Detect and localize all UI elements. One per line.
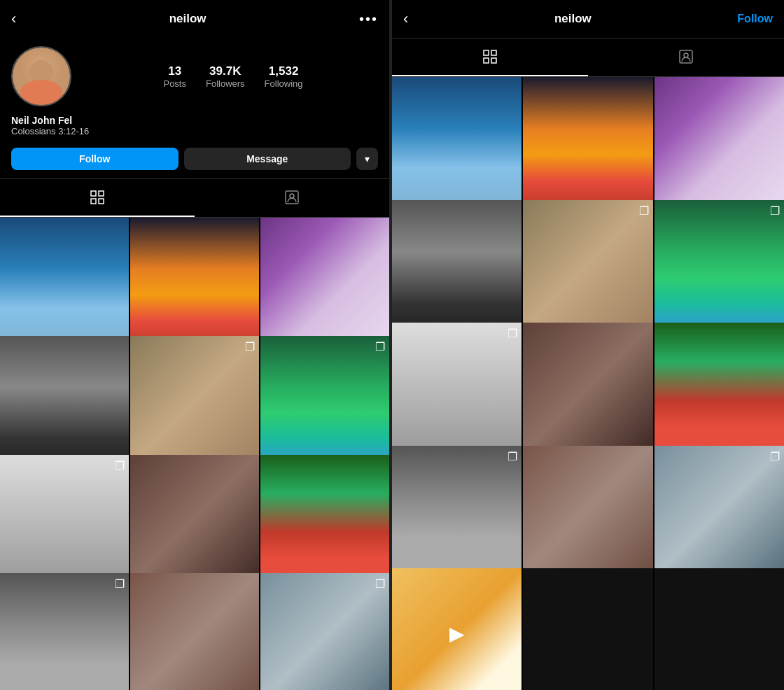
- play-icon: ▶: [449, 622, 465, 645]
- right-grid-cell-5[interactable]: ❐: [523, 200, 652, 330]
- profile-bio: Colossians 3:12-16: [11, 126, 378, 136]
- followers-label: Followers: [206, 78, 245, 89]
- more-options-button[interactable]: •••: [359, 11, 378, 27]
- grid-cell-5[interactable]: ❐: [130, 336, 259, 465]
- left-username: neilow: [169, 12, 206, 26]
- followers-stat[interactable]: 39.7K Followers: [206, 64, 245, 89]
- right-multi-icon-4: ❐: [507, 450, 517, 463]
- left-header: ‹ neilow •••: [0, 0, 389, 38]
- followers-count: 39.7K: [209, 64, 241, 78]
- profile-name: Neil John Fel: [11, 115, 378, 126]
- multi-photo-icon-4: ❐: [115, 577, 125, 591]
- follow-button[interactable]: Follow: [11, 148, 178, 170]
- bio-section: Neil John Fel Colossians 3:12-16: [0, 112, 389, 143]
- right-multi-icon-2: ❐: [770, 204, 780, 218]
- grid-cell-10[interactable]: ❐: [0, 573, 129, 690]
- left-panel: ‹ neilow ••• 13 Posts 39.7K Followers 1,…: [0, 0, 392, 690]
- right-grid-cell-2[interactable]: [523, 77, 652, 206]
- grid-cell-4[interactable]: [0, 336, 129, 465]
- avatar[interactable]: [11, 46, 71, 106]
- grid-cell-11[interactable]: [130, 573, 259, 690]
- left-tabs: [0, 178, 389, 218]
- grid-icon: [89, 189, 106, 206]
- svg-rect-2: [91, 199, 96, 204]
- posts-stat[interactable]: 13 Posts: [163, 64, 186, 89]
- grid-cell-8[interactable]: [130, 455, 259, 584]
- right-panel: ‹ neilow Follow ❐: [392, 0, 784, 690]
- right-grid-cell-11[interactable]: [523, 446, 652, 575]
- svg-rect-8: [484, 58, 489, 63]
- right-multi-icon-1: ❐: [639, 204, 649, 218]
- multi-photo-icon-5: ❐: [375, 577, 385, 591]
- right-grid-cell-14: [523, 568, 652, 690]
- posts-label: Posts: [163, 78, 186, 89]
- tagged-tab[interactable]: [195, 179, 389, 217]
- right-photo-grid: ❐ ❐ ❐ ❐ ❐ ▶: [392, 77, 784, 690]
- multi-photo-icon: ❐: [245, 340, 255, 353]
- following-count: 1,532: [269, 64, 299, 78]
- back-button[interactable]: ‹: [11, 10, 16, 28]
- right-grid-cell-10[interactable]: ❐: [392, 446, 522, 575]
- right-grid-tab[interactable]: [392, 38, 588, 76]
- svg-rect-7: [491, 50, 496, 55]
- right-grid-cell-8[interactable]: [523, 323, 652, 452]
- right-grid-cell-12[interactable]: ❐: [654, 446, 784, 575]
- following-stat[interactable]: 1,532 Following: [265, 64, 303, 89]
- svg-rect-3: [99, 199, 104, 204]
- right-follow-button[interactable]: Follow: [737, 13, 773, 25]
- right-tabs: [392, 38, 784, 77]
- right-grid-icon: [482, 48, 498, 65]
- right-back-button[interactable]: ‹: [403, 10, 408, 28]
- svg-rect-9: [491, 58, 496, 63]
- grid-cell-6[interactable]: ❐: [260, 336, 389, 465]
- svg-rect-0: [91, 191, 96, 196]
- person-tag-icon: [284, 189, 300, 206]
- svg-point-11: [684, 53, 688, 57]
- right-header: ‹ neilow Follow: [392, 0, 784, 38]
- svg-rect-6: [484, 50, 489, 55]
- posts-count: 13: [168, 64, 181, 78]
- following-label: Following: [265, 78, 303, 89]
- profile-section: 13 Posts 39.7K Followers 1,532 Following: [0, 38, 389, 112]
- right-grid-cell-15: [654, 568, 784, 690]
- multi-photo-icon-3: ❐: [115, 459, 125, 472]
- message-button[interactable]: Message: [184, 148, 351, 170]
- right-person-tag-icon: [678, 48, 694, 65]
- right-grid-cell-3[interactable]: [654, 77, 784, 206]
- right-multi-icon-3: ❐: [507, 327, 517, 340]
- dropdown-button[interactable]: ▾: [356, 148, 378, 170]
- grid-cell-7[interactable]: ❐: [0, 455, 129, 584]
- grid-cell-2[interactable]: [130, 218, 259, 346]
- grid-cell-3[interactable]: [260, 218, 389, 346]
- right-grid-cell-1[interactable]: [392, 77, 522, 206]
- right-grid-cell-7[interactable]: ❐: [392, 323, 522, 452]
- right-grid-cell-6[interactable]: ❐: [654, 200, 784, 330]
- svg-point-5: [290, 194, 294, 198]
- grid-cell-9[interactable]: [260, 455, 389, 584]
- left-photo-grid: ❐ ❐ ❐ ❐ ❐: [0, 218, 389, 690]
- right-tagged-tab[interactable]: [588, 38, 784, 76]
- action-buttons: Follow Message ▾: [0, 143, 389, 178]
- right-multi-icon-5: ❐: [770, 450, 780, 463]
- stats-row: 13 Posts 39.7K Followers 1,532 Following: [88, 64, 378, 89]
- right-grid-cell-9[interactable]: [654, 323, 784, 452]
- right-grid-cell-4[interactable]: [392, 200, 522, 330]
- multi-photo-icon-2: ❐: [375, 340, 385, 353]
- right-grid-cell-13[interactable]: ▶: [392, 568, 522, 690]
- svg-rect-1: [99, 191, 104, 196]
- grid-tab[interactable]: [0, 179, 195, 217]
- grid-cell-12[interactable]: ❐: [260, 573, 389, 690]
- grid-cell-1[interactable]: [0, 218, 129, 346]
- right-username: neilow: [554, 12, 592, 26]
